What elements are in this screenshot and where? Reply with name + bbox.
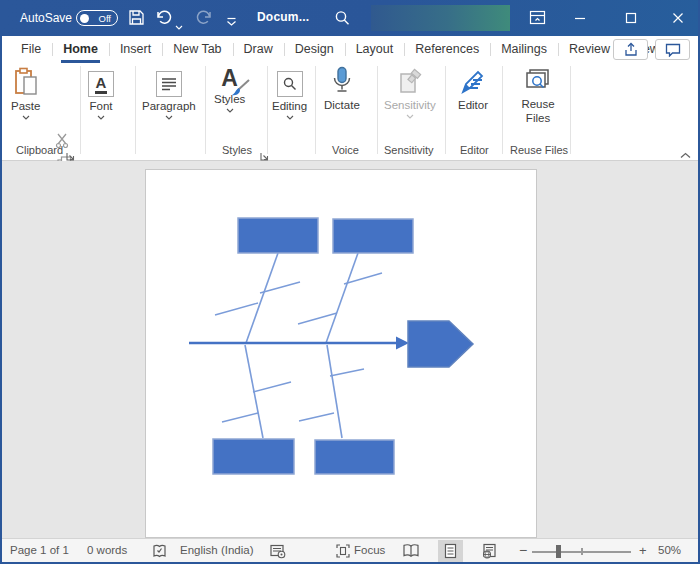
category-box[interactable] bbox=[238, 218, 318, 253]
dictate-label: Dictate bbox=[324, 99, 360, 111]
document-canvas[interactable] bbox=[2, 161, 698, 538]
fishbone-branch[interactable] bbox=[222, 413, 258, 422]
document-page[interactable] bbox=[145, 169, 537, 538]
fishbone-bone[interactable] bbox=[327, 345, 342, 438]
proofing-status-icon[interactable] bbox=[152, 544, 167, 560]
zoom-slider-handle[interactable] bbox=[556, 545, 561, 558]
editor-button[interactable]: Editor bbox=[458, 68, 488, 111]
customize-quick-access-icon[interactable] bbox=[226, 13, 237, 31]
fishbone-bone[interactable] bbox=[326, 253, 358, 343]
clipboard-group-label: Clipboard bbox=[16, 144, 63, 156]
category-box[interactable] bbox=[213, 439, 294, 474]
chevron-down-icon bbox=[226, 108, 234, 113]
comment-icon bbox=[665, 43, 681, 57]
autosave-toggle-knob bbox=[80, 14, 89, 23]
paste-clipboard-icon bbox=[13, 67, 39, 97]
share-button[interactable] bbox=[613, 39, 648, 60]
reuse-files-icon bbox=[524, 68, 552, 94]
comments-button[interactable] bbox=[655, 39, 690, 60]
find-icon bbox=[277, 71, 303, 97]
tab-strip: FileHomeInsertNew TabDrawDesignLayoutRef… bbox=[10, 36, 670, 63]
group-separator bbox=[502, 66, 503, 154]
group-separator bbox=[445, 66, 446, 154]
search-box-highlight[interactable] bbox=[371, 5, 510, 31]
reuse-files-button[interactable]: Reuse Files bbox=[517, 68, 559, 126]
ribbon-tab-row: FileHomeInsertNew TabDrawDesignLayoutRef… bbox=[2, 36, 698, 63]
search-icon[interactable] bbox=[333, 9, 351, 31]
undo-icon[interactable] bbox=[156, 10, 172, 29]
paste-button[interactable]: Paste bbox=[11, 67, 40, 120]
tab-design[interactable]: Design bbox=[284, 36, 345, 63]
fishbone-bone[interactable] bbox=[246, 253, 278, 343]
fishbone-branch[interactable] bbox=[298, 313, 337, 324]
editor-pen-icon bbox=[459, 68, 487, 96]
fishbone-diagram[interactable] bbox=[146, 170, 536, 537]
print-layout-icon[interactable] bbox=[438, 540, 463, 564]
ribbon-display-options-icon[interactable] bbox=[529, 10, 546, 30]
tab-home[interactable]: Home bbox=[52, 36, 109, 63]
group-separator bbox=[570, 66, 571, 154]
voice-group-label: Voice bbox=[332, 144, 359, 156]
category-box[interactable] bbox=[315, 440, 394, 474]
sensitivity-icon bbox=[396, 68, 424, 96]
word-count[interactable]: 0 words bbox=[87, 544, 127, 556]
reuse-files-group-label: Reuse Files bbox=[510, 144, 568, 156]
microphone-icon bbox=[330, 66, 354, 96]
tab-insert[interactable]: Insert bbox=[109, 36, 162, 63]
maximize-button[interactable] bbox=[611, 0, 651, 36]
language-indicator[interactable]: English (India) bbox=[180, 544, 254, 556]
font-group-button[interactable]: A Font bbox=[88, 71, 114, 120]
fishbone-branch[interactable] bbox=[330, 369, 364, 376]
share-icon bbox=[623, 42, 639, 57]
zoom-out-button[interactable]: − bbox=[519, 542, 527, 558]
editing-label: Editing bbox=[272, 100, 307, 112]
minimize-button[interactable] bbox=[560, 0, 600, 36]
close-button[interactable] bbox=[658, 0, 698, 36]
redo-icon bbox=[196, 10, 212, 29]
tab-new-tab[interactable]: New Tab bbox=[162, 36, 232, 63]
page-indicator[interactable]: Page 1 of 1 bbox=[10, 544, 69, 556]
focus-button[interactable]: Focus bbox=[354, 544, 385, 556]
styles-button[interactable]: A Styles bbox=[214, 67, 245, 113]
tab-file[interactable]: File bbox=[10, 36, 52, 63]
tab-review[interactable]: Review bbox=[558, 36, 621, 63]
ribbon: Paste Clipboard A Font Paragraph bbox=[2, 63, 698, 161]
editing-group-button[interactable]: Editing bbox=[272, 71, 307, 120]
zoom-in-button[interactable]: + bbox=[639, 543, 647, 558]
paragraph-icon bbox=[156, 71, 182, 97]
fishbone-branch[interactable] bbox=[215, 303, 258, 315]
status-bar: Page 1 of 1 0 words English (India) Focu… bbox=[2, 538, 698, 562]
web-layout-icon[interactable] bbox=[482, 543, 498, 561]
undo-dropdown-icon[interactable] bbox=[175, 16, 183, 34]
dictate-button[interactable]: Dictate bbox=[324, 66, 360, 111]
font-label: Font bbox=[89, 100, 112, 112]
focus-icon[interactable] bbox=[336, 544, 350, 560]
chevron-down-icon bbox=[22, 115, 30, 120]
tab-layout[interactable]: Layout bbox=[345, 36, 405, 63]
tab-draw[interactable]: Draw bbox=[233, 36, 284, 63]
chevron-down-icon bbox=[97, 115, 105, 120]
paste-label: Paste bbox=[11, 100, 40, 112]
zoom-level[interactable]: 50% bbox=[658, 544, 681, 556]
fishbone-branch[interactable] bbox=[253, 382, 291, 392]
document-title[interactable]: Docum... bbox=[257, 10, 309, 24]
autosave-toggle[interactable]: Off bbox=[76, 10, 118, 26]
accessibility-checker-icon[interactable] bbox=[270, 544, 286, 561]
spine-arrowhead[interactable] bbox=[396, 337, 409, 350]
read-mode-icon[interactable] bbox=[402, 543, 420, 560]
category-box[interactable] bbox=[333, 219, 413, 253]
title-bar: AutoSave Off Docum... bbox=[0, 0, 700, 36]
tab-references[interactable]: References bbox=[404, 36, 490, 63]
group-separator bbox=[267, 66, 268, 154]
fishbone-branch[interactable] bbox=[299, 413, 334, 421]
autosave-state: Off bbox=[99, 13, 112, 24]
sensitivity-label: Sensitivity bbox=[384, 99, 436, 111]
paragraph-group-button[interactable]: Paragraph bbox=[142, 71, 196, 120]
styles-icon: A bbox=[221, 67, 238, 90]
effect-pentagon[interactable] bbox=[408, 321, 473, 367]
chevron-down-icon bbox=[286, 115, 294, 120]
editor-group-label: Editor bbox=[460, 144, 489, 156]
paragraph-label: Paragraph bbox=[142, 100, 196, 112]
tab-mailings[interactable]: Mailings bbox=[490, 36, 558, 63]
save-icon[interactable] bbox=[128, 9, 145, 30]
